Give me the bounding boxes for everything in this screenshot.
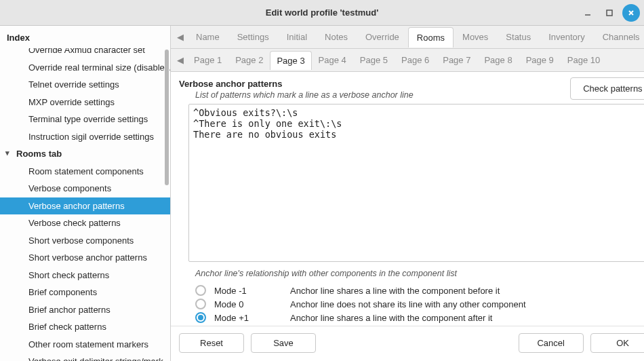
tree-item[interactable]: Brief anchor patterns [0, 301, 170, 319]
tree-item[interactable]: Verbose exit delimiter strings/mark... [0, 353, 170, 361]
tree-item[interactable]: Verbose components [0, 180, 170, 197]
tree-item[interactable]: Short check patterns [0, 267, 170, 284]
relationship-heading: Anchor line's relationship with other co… [195, 269, 644, 278]
page-tab-page-5[interactable]: Page 5 [353, 50, 395, 70]
tree-item[interactable]: Short verbose anchor patterns [0, 249, 170, 267]
mode-row: Mode +1Anchor line shares a line with th… [195, 312, 644, 323]
mode-radio[interactable] [195, 312, 206, 323]
app-body: Index Override Axmud character setOverri… [0, 26, 644, 361]
page-tab-row: ◀ Page 1Page 2Page 3Page 4Page 5Page 6Pa… [171, 49, 644, 72]
tree-item[interactable]: Short verbose components [0, 232, 170, 250]
tab-initial[interactable]: Initial [278, 26, 316, 48]
mode-row: Mode -1Anchor line shares a line with th… [195, 285, 644, 296]
tree-item[interactable]: Telnet override settings [0, 76, 170, 94]
window-title: Edit world profile 'testmud' [266, 7, 379, 18]
mode-radio[interactable] [195, 299, 206, 309]
ok-button[interactable]: OK [590, 333, 644, 353]
main-panel: ◀ NameSettingsInitialNotesOverrideRoomsM… [171, 26, 644, 361]
dialog-button-bar: Reset Save Cancel OK [171, 326, 644, 361]
tab-name[interactable]: Name [187, 26, 228, 48]
tab-rooms[interactable]: Rooms [408, 27, 454, 48]
tree-item[interactable]: Override Axmud character set [0, 48, 170, 59]
save-button[interactable]: Save [251, 333, 316, 353]
page-tab-page-1[interactable]: Page 1 [187, 50, 228, 70]
minimize-button[interactable] [579, 4, 597, 22]
mode-description: Anchor line shares a line with the compo… [290, 286, 500, 296]
tree-item[interactable]: Override real terminal size (disables... [0, 59, 170, 77]
pages-scroll-left-icon[interactable]: ◀ [174, 55, 187, 65]
maximize-button[interactable] [601, 4, 618, 22]
close-button[interactable] [622, 4, 640, 22]
section-subheading: List of patterns which mark a line as a … [195, 90, 414, 100]
cancel-button[interactable]: Cancel [519, 333, 584, 353]
sidebar: Index Override Axmud character setOverri… [0, 26, 171, 361]
tab-settings[interactable]: Settings [228, 26, 278, 48]
mode-row: Mode 0Anchor line does not share its lin… [195, 299, 644, 309]
tab-inventory[interactable]: Inventory [540, 26, 593, 48]
tree-item[interactable]: Room statement components [0, 163, 170, 180]
page-tab-page-6[interactable]: Page 6 [395, 50, 436, 70]
top-tab-row: ◀ NameSettingsInitialNotesOverrideRoomsM… [171, 26, 644, 49]
page-tab-page-9[interactable]: Page 9 [519, 50, 561, 70]
mode-label: Mode +1 [214, 313, 282, 323]
page-tab-page-4[interactable]: Page 4 [312, 50, 353, 70]
tree-item[interactable]: Verbose anchor patterns [0, 197, 170, 215]
reset-button[interactable]: Reset [179, 333, 244, 353]
page-content: Verbose anchor patterns List of patterns… [171, 72, 644, 326]
check-patterns-button[interactable]: Check patterns [570, 77, 644, 100]
tab-moves[interactable]: Moves [454, 26, 497, 48]
window-controls [579, 4, 640, 22]
page-tab-page-10[interactable]: Page 10 [561, 50, 607, 70]
tree-item[interactable]: Verbose check patterns [0, 214, 170, 232]
tree-item[interactable]: Other room statement markers [0, 336, 170, 354]
page-tab-page-8[interactable]: Page 8 [477, 50, 519, 70]
index-tree[interactable]: Override Axmud character setOverride rea… [0, 48, 170, 361]
tree-item[interactable]: Terminal type override settings [0, 111, 170, 128]
tab-notes[interactable]: Notes [316, 26, 357, 48]
sidebar-header: Index [0, 26, 170, 48]
tree-item[interactable]: Brief check patterns [0, 318, 170, 336]
patterns-textarea[interactable]: ^Obvious exits?\:\s ^There is only one e… [188, 104, 644, 262]
tab-channels[interactable]: Channels [594, 26, 644, 48]
tab-override[interactable]: Override [357, 26, 408, 48]
page-tab-page-7[interactable]: Page 7 [436, 50, 477, 70]
tree-item[interactable]: Instruction sigil override settings [0, 128, 170, 146]
page-tab-page-2[interactable]: Page 2 [228, 50, 270, 70]
tabs-scroll-left-icon[interactable]: ◀ [174, 32, 187, 42]
mode-label: Mode 0 [214, 299, 282, 309]
mode-description: Anchor line does not share its line with… [290, 299, 526, 309]
tree-item[interactable]: MXP override settings [0, 94, 170, 111]
page-tab-page-3[interactable]: Page 3 [270, 51, 311, 70]
tree-item[interactable]: Brief components [0, 284, 170, 301]
mode-label: Mode -1 [214, 286, 282, 296]
tab-status[interactable]: Status [497, 26, 540, 48]
svg-rect-0 [607, 10, 612, 16]
scrollbar-thumb[interactable] [165, 50, 169, 185]
section-heading: Verbose anchor patterns [179, 79, 414, 89]
mode-description: Anchor line shares a line with the compo… [290, 313, 492, 323]
tree-group[interactable]: Rooms tab [0, 145, 170, 163]
titlebar: Edit world profile 'testmud' [0, 0, 644, 26]
mode-radio[interactable] [195, 285, 206, 296]
